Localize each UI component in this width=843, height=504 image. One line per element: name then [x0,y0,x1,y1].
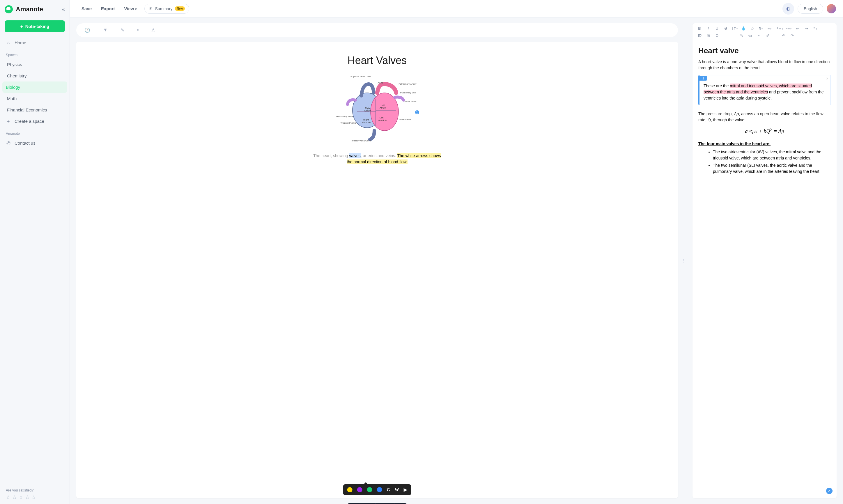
split-handle[interactable]: ⋮⋮ [684,23,687,498]
diagram-label: Mitral Valve [404,101,416,103]
diagram-label: Aorta [378,82,383,84]
formula-icon[interactable]: √x [747,34,753,38]
diagram-label: Superior Vena Cava [351,75,372,78]
theme-toggle[interactable]: ◐ [783,3,794,15]
note-icon[interactable]: ▪ [137,28,139,33]
sidebar-item-math[interactable]: Math [0,93,70,104]
language-selector[interactable]: English [797,4,823,14]
home-icon: ⌂ [6,40,11,45]
note-editor[interactable]: Heart valve A heart valve is a one-way v… [693,41,837,498]
sidebar-item-physics[interactable]: Physics [0,59,70,70]
moon-icon: ◐ [786,6,790,11]
sidebar-item-chemistry[interactable]: Chemistry [0,70,70,82]
sidebar-item-biology[interactable]: Biology [2,82,67,93]
editor-toolbar: B I U S TT 💧 ◇ ¶ ≡ ⋮≡ •≡ ⇤ ⇥ ❝ [693,23,837,41]
star-icon[interactable]: ☆ [32,494,36,501]
document-toolbar: 🕑 ▼ ✎ ▪ A [76,23,678,37]
highlighted-text[interactable]: valves [349,154,361,158]
save-button[interactable]: Save [77,4,96,13]
note-taking-button[interactable]: + Note-taking [5,20,65,32]
indent-right-icon[interactable]: ⇥ [803,26,809,31]
paragraph-icon[interactable]: ¶ [758,26,764,31]
spaces-heading: Spaces [0,48,70,59]
quote-icon[interactable]: ❝ [812,26,818,31]
image-icon[interactable]: 🖼 [697,34,702,38]
italic-icon[interactable]: I [705,26,711,31]
summary-button[interactable]: 🗎 Summary New [144,4,189,14]
star-icon[interactable]: ☆ [12,494,17,501]
omega-icon[interactable]: Ω [714,34,720,38]
note-intro: A heart valve is a one-way valve that al… [698,59,831,71]
presentation-icon[interactable]: ▼ [103,28,108,33]
svg-text:Left: Left [380,116,384,119]
view-menu[interactable]: View [120,4,142,13]
prev-page-button[interactable]: ‹ [344,503,360,504]
grid-view-button[interactable]: ▦ [360,503,376,504]
highlighted-text[interactable]: the normal direction of blood flow. [347,160,408,164]
highlight-color-yellow[interactable] [347,487,352,492]
svg-text:Right: Right [365,107,371,109]
align-icon[interactable]: ≡ [767,26,773,31]
sidebar-item-home[interactable]: ⌂ Home [0,37,70,48]
collapse-sidebar-button[interactable]: « [62,6,65,13]
list-item: The two semilunar (SL) valves, the aorti… [713,162,831,175]
sticky-note-icon[interactable]: ▪ [756,34,762,38]
new-badge: New [175,6,185,11]
sidebar-item-financial-economics[interactable]: Financial Economics [0,104,70,115]
annotation-marker[interactable]: 1 [414,110,420,115]
user-avatar[interactable] [827,4,836,13]
highlighter-icon[interactable]: ✎ [738,34,744,38]
sidebar: Amanote « + Note-taking ⌂ Home Spaces Ph… [0,0,70,504]
note-taking-label: Note-taking [25,24,50,29]
wikipedia-icon[interactable]: W [395,487,399,492]
document-caption: The heart, showing valves, arteries and … [313,153,441,165]
pressure-paragraph: The pressure drop, Δp, across an open-he… [698,111,831,123]
highlight-color-blue[interactable] [377,487,382,492]
close-icon[interactable]: × [826,76,828,80]
svg-text:Atrium: Atrium [380,107,386,109]
summary-label: Summary [155,6,173,11]
redo-icon[interactable]: ↷ [789,34,795,38]
indent-left-icon[interactable]: ⇤ [795,26,801,31]
highlight-color-purple[interactable] [357,487,362,492]
unordered-list-icon[interactable]: •≡ [786,26,792,31]
text-icon[interactable]: A [152,28,155,33]
export-button[interactable]: Export [96,4,120,13]
document-page: Heart Valves [76,42,678,498]
strikethrough-icon[interactable]: S [723,26,729,31]
ordered-list-icon[interactable]: ⋮≡ [775,26,783,31]
star-icon[interactable]: ☆ [25,494,30,501]
highlight-color-green[interactable] [367,487,372,492]
diagram-label: Pulmonary Vein [400,92,416,94]
hr-icon[interactable]: — [723,34,729,38]
youtube-icon[interactable]: ▶ [404,487,407,492]
underline-icon[interactable]: U [714,26,720,31]
draw-icon[interactable]: ✐ [765,34,771,38]
table-icon[interactable]: ⊞ [705,34,711,38]
star-icon[interactable]: ☆ [6,494,11,501]
star-icon[interactable]: ☆ [19,494,23,501]
diagram-label: Tricuspid Valve [341,122,356,125]
annotation-block: 1 × These are the mitral and tricuspid v… [698,75,831,105]
pencil-icon[interactable]: ✎ [121,28,124,33]
text-size-icon[interactable]: TT [732,26,738,31]
diagram-label: Inferior Vena Cava [352,140,371,142]
amanote-heading: Amanote [0,127,70,137]
next-page-button[interactable]: › [394,503,410,504]
highlighted-text[interactable]: The white arrows shows [397,154,441,158]
page-navigator: ‹ ▦ 4 / 5 › [344,503,410,504]
contact-us-button[interactable]: @ Contact us [0,137,70,149]
document-icon: 🗎 [149,6,153,11]
sync-status-icon[interactable]: ✓ [826,488,832,494]
google-search-icon[interactable]: G [387,487,390,492]
font-color-icon[interactable]: 💧 [740,26,746,31]
clock-icon[interactable]: 🕑 [85,28,90,33]
logo-icon [5,5,13,13]
rating-stars[interactable]: ☆ ☆ ☆ ☆ ☆ [0,493,70,501]
highlight-toolbar: G W ▶ [343,484,411,495]
list-heading: The four main valves in the heart are: [698,141,831,146]
clear-format-icon[interactable]: ◇ [749,26,755,31]
bold-icon[interactable]: B [697,26,702,31]
undo-icon[interactable]: ↶ [781,34,786,38]
create-space-button[interactable]: + Create a space [0,115,70,127]
